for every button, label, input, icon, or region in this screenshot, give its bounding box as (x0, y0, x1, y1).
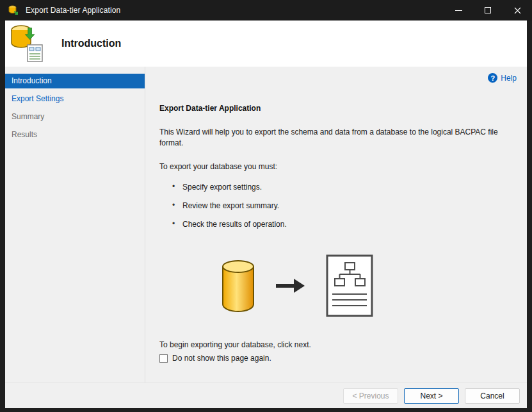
page-title: Introduction (61, 38, 121, 49)
export-data-tier-wizard-window: { "window": { "title": "Export Data-tier… (0, 0, 532, 412)
minimize-icon (455, 10, 462, 11)
bullet-item: Check the results of operation. (182, 220, 517, 229)
help-icon: ? (488, 73, 497, 83)
previous-button[interactable]: < Previous (343, 388, 398, 404)
app-database-icon (8, 5, 19, 16)
sidebar-item-summary[interactable]: Summary (5, 110, 145, 124)
dont-show-again-row: Do not show this page again. (159, 354, 517, 363)
content-heading: Export Data-tier Application (159, 104, 517, 113)
window-title: Export Data-tier Application (26, 6, 120, 15)
closing-text: To begin exporting your database, click … (159, 340, 517, 349)
dont-show-again-checkbox[interactable] (159, 354, 168, 363)
wizard-content: ? Help Export Data-tier Application This… (145, 67, 527, 383)
dont-show-again-label: Do not show this page again. (172, 354, 271, 363)
requirements-list: Specify export settings. Review the expo… (159, 183, 517, 229)
bacpac-file-icon (326, 254, 373, 317)
maximize-button[interactable] (473, 0, 503, 21)
sidebar-item-introduction[interactable]: Introduction (5, 74, 145, 88)
export-database-icon (10, 25, 45, 62)
help-link[interactable]: ? Help (488, 73, 517, 83)
bullet-item: Review the export summary. (182, 201, 517, 210)
next-button[interactable]: Next > (404, 388, 459, 404)
close-button[interactable] (503, 0, 532, 21)
sidebar-item-export-settings[interactable]: Export Settings (5, 92, 145, 106)
wizard-footer: < Previous Next > Cancel (5, 383, 527, 408)
wizard-steps-sidebar: Introduction Export Settings Summary Res… (5, 67, 145, 383)
window-controls (444, 0, 532, 21)
intro-paragraph: This Wizard will help you to export the … (159, 127, 505, 149)
database-cylinder-icon (221, 259, 255, 313)
help-label: Help (501, 74, 517, 83)
bullet-item: Specify export settings. (182, 183, 517, 192)
cancel-button[interactable]: Cancel (465, 388, 520, 404)
maximize-icon (485, 7, 491, 13)
wizard-header: Introduction (5, 21, 527, 67)
close-icon (514, 7, 521, 14)
right-arrow-icon (276, 278, 305, 293)
minimize-button[interactable] (444, 0, 473, 21)
wizard-body: Introduction Export Settings Summary Res… (5, 67, 527, 383)
titlebar: Export Data-tier Application (0, 0, 532, 21)
steps-intro: To export your database you must: (159, 162, 517, 171)
export-illustration (221, 253, 517, 318)
sidebar-item-results[interactable]: Results (5, 128, 145, 142)
